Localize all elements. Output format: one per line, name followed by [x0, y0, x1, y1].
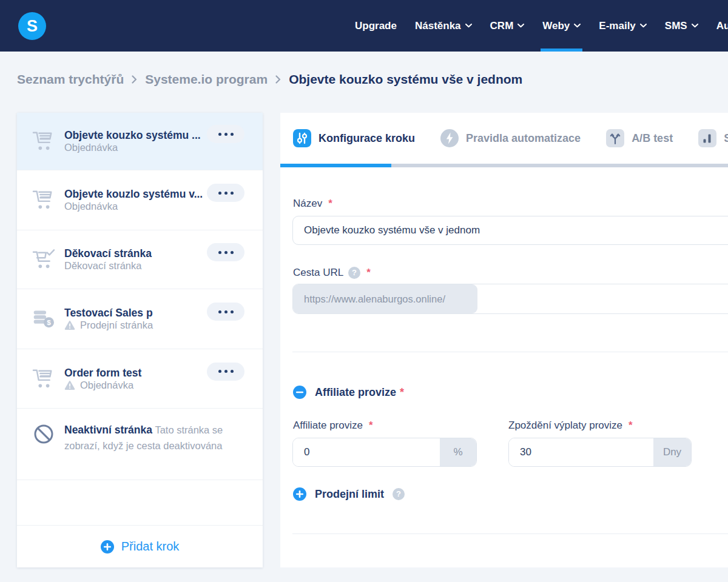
chevron-down-icon	[517, 24, 524, 28]
step-title: Objevte kouzko systému ...	[64, 129, 201, 141]
nav-label: CRM	[490, 20, 514, 32]
url-input-group: https://www.alenaburgos.online/	[292, 284, 728, 314]
plus-circle-icon[interactable]	[293, 487, 306, 501]
nav-item-crm[interactable]: CRM	[490, 0, 525, 52]
section-title: Prodejní limit	[315, 488, 384, 501]
divider	[292, 534, 728, 534]
cart-icon	[32, 131, 56, 152]
active-tab-indicator	[280, 164, 391, 167]
nav-item-weby[interactable]: Weby	[542, 0, 581, 52]
delay-field-label: Zpoždění výplaty provize*	[508, 420, 633, 432]
main-nav: Upgrade Nástěnka CRM Weby E-maily SMS Au…	[355, 0, 728, 52]
warning-icon	[64, 320, 75, 330]
breadcrumb: Seznam trychtýřů Systeme.io program Obje…	[17, 72, 522, 87]
step-title: Neaktivní stránka	[64, 424, 152, 436]
step-text: Neaktivní stránka Tato stránka se zobraz…	[64, 422, 244, 453]
required-marker: *	[366, 267, 371, 279]
step-menu-button[interactable]	[207, 184, 244, 202]
nav-label: E-maily	[599, 20, 635, 32]
tab-bar: Konfigurace kroku Pravidla automatizace …	[280, 113, 728, 164]
divider	[292, 352, 728, 352]
chevron-right-icon	[132, 75, 137, 84]
required-marker: *	[400, 386, 404, 399]
chevron-down-icon	[574, 24, 581, 28]
label-text: Název	[293, 198, 322, 210]
tab-label: A/B test	[632, 132, 673, 145]
step-menu-button[interactable]	[207, 125, 244, 143]
sales-limit-section-header: Prodejní limit ?	[293, 487, 405, 501]
affiliate-section-header: Affiliate provize*	[293, 386, 404, 399]
chevron-right-icon	[275, 75, 281, 84]
step-item-5[interactable]: Order form test Objednávka	[17, 349, 263, 409]
step-menu-button[interactable]	[207, 303, 244, 321]
step-subtitle: Objednávka	[64, 201, 244, 212]
tab-statistics[interactable]: S	[698, 129, 728, 147]
step-item-3[interactable]: Děkovací stránka Děkovací stránka	[17, 230, 263, 289]
logo-letter: S	[27, 17, 38, 36]
funnel-steps-panel: Objevte kouzko systému ... Objednávka Ob…	[17, 113, 263, 567]
svg-text:?: ?	[352, 268, 357, 277]
label-text: Affiliate provize	[293, 420, 363, 432]
step-title: Objevte kouzlo systému v...	[64, 188, 203, 200]
add-step-button[interactable]: Přidat krok	[17, 525, 263, 567]
tab-step-configuration[interactable]: Konfigurace kroku	[293, 129, 415, 147]
step-subtitle: Prodejní stránka	[80, 319, 153, 331]
tab-automation-rules[interactable]: Pravidla automatizace	[440, 129, 581, 147]
step-subtitle-row: Objednávka	[64, 380, 244, 391]
section-title: Affiliate provize	[315, 386, 396, 399]
nav-label: Nástěnka	[415, 20, 461, 32]
breadcrumb-funnel-list[interactable]: Seznam trychtýřů	[17, 72, 124, 87]
tab-label: Pravidla automatizace	[466, 132, 581, 145]
split-icon	[606, 129, 624, 147]
payout-delay-input-group: Dny	[508, 438, 692, 467]
breadcrumb-current-step: Objevte kouzko systému vše v jednom	[289, 72, 522, 87]
step-item-1[interactable]: Objevte kouzko systému ... Objednávka	[17, 113, 263, 170]
nav-item-nastenka[interactable]: Nástěnka	[415, 0, 472, 52]
sliders-icon	[293, 129, 311, 147]
tab-label: Konfigurace kroku	[318, 132, 415, 145]
label-text: Cesta URL	[293, 267, 343, 279]
step-title: Děkovací stránka	[64, 247, 152, 259]
chevron-down-icon	[640, 24, 647, 28]
nav-label: SMS	[665, 20, 687, 32]
help-icon[interactable]: ?	[348, 267, 360, 279]
step-subtitle: Objednávka	[64, 142, 244, 153]
help-icon[interactable]: ?	[393, 488, 405, 500]
breadcrumb-funnel[interactable]: Systeme.io program	[145, 72, 268, 87]
chevron-down-icon	[465, 24, 472, 28]
affiliate-input-group: %	[292, 438, 477, 467]
cart-check-icon	[32, 249, 56, 270]
nav-item-emaily[interactable]: E-maily	[599, 0, 646, 52]
chevron-down-icon	[692, 24, 698, 28]
tab-ab-test[interactable]: A/B test	[606, 129, 673, 147]
cart-icon	[32, 369, 56, 389]
nav-label: Upgrade	[355, 20, 397, 32]
percent-suffix: %	[440, 438, 476, 466]
step-configuration-panel: Konfigurace kroku Pravidla automatizace …	[280, 113, 728, 567]
lightning-icon	[440, 129, 459, 147]
coins-icon: $	[32, 309, 56, 329]
ban-icon	[32, 423, 56, 445]
nav-label: Weby	[542, 20, 570, 32]
url-path-input[interactable]	[477, 284, 728, 313]
systeme-logo[interactable]: S	[18, 12, 46, 40]
step-title: Order form test	[64, 367, 141, 379]
payout-delay-input[interactable]	[509, 438, 653, 466]
step-subtitle: Děkovací stránka	[64, 260, 244, 272]
affiliate-commission-input[interactable]	[293, 438, 440, 466]
label-text: Zpoždění výplaty provize	[508, 420, 622, 432]
name-input[interactable]	[292, 216, 728, 245]
step-item-4[interactable]: $ Testovací Sales p Prodejní stránka	[17, 289, 263, 349]
required-marker: *	[369, 420, 373, 432]
name-field-label: Název*	[293, 198, 332, 210]
step-item-2[interactable]: Objevte kouzlo systému v... Objednávka	[17, 170, 263, 230]
nav-item-automatizace[interactable]: Autor	[716, 0, 728, 52]
step-menu-button[interactable]	[207, 243, 244, 261]
nav-item-sms[interactable]: SMS	[665, 0, 698, 52]
nav-item-upgrade[interactable]: Upgrade	[355, 0, 397, 52]
url-prefix: https://www.alenaburgos.online/	[293, 284, 477, 313]
minus-circle-icon[interactable]	[293, 386, 306, 399]
bar-chart-icon	[698, 129, 716, 147]
step-menu-button[interactable]	[207, 363, 244, 381]
required-marker: *	[629, 420, 633, 432]
